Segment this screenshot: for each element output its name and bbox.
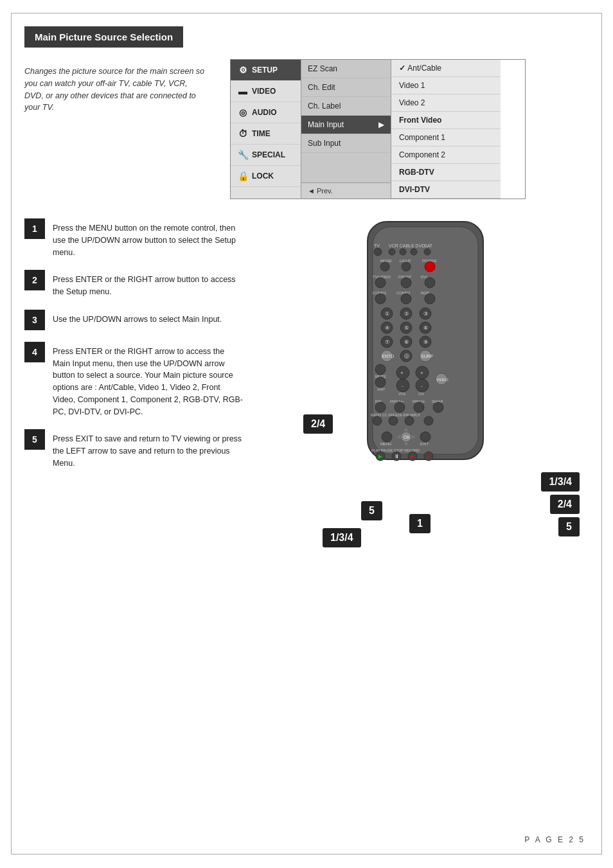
svg-point-54 [375, 377, 386, 387]
step-label-134-bottom: 1/3/4 [323, 528, 361, 547]
step-label-5-bottom: 5 [361, 501, 382, 520]
svg-point-25 [375, 294, 386, 304]
svg-text:⓪: ⓪ [404, 353, 409, 359]
svg-text:⑧: ⑧ [404, 339, 409, 345]
svg-point-77 [373, 416, 382, 425]
menu-right-col: Ant/Cable Video 1 Video 2 Front Video Co… [391, 60, 501, 199]
menu-prev-label: ◄ Prev. [301, 182, 391, 199]
page-number: P A G E 2 5 [524, 835, 585, 844]
svg-point-52 [375, 364, 386, 375]
menu-mid-chlabel[interactable]: Ch. Label [301, 97, 391, 116]
menu-right-comp2[interactable]: Component 2 [391, 146, 501, 164]
svg-text:⑦: ⑦ [385, 339, 389, 345]
svg-point-14 [402, 262, 411, 271]
menu-right-comp1[interactable]: Component 1 [391, 129, 501, 146]
menu-mid-col: EZ Scan Ch. Edit Ch. Label Main Input ▶ … [301, 60, 391, 199]
svg-point-74 [414, 402, 424, 412]
svg-text:VOL: VOL [398, 392, 407, 396]
step-row-4: 4 Press ENTER or the RIGHT arrow to acce… [24, 342, 243, 418]
svg-text:OK: OK [404, 435, 410, 439]
svg-text:●: ● [427, 454, 429, 459]
svg-text:ENTD: ENTD [382, 354, 394, 359]
steps-list: 1 Press the MENU button on the remote co… [24, 218, 243, 604]
lock-icon: 🔒 [237, 170, 249, 182]
menu-right-frontvideo[interactable]: Front Video [391, 112, 501, 129]
svg-text:-: - [421, 383, 423, 389]
svg-point-9 [424, 249, 431, 255]
remote-svg: TV VCR CABLE DVD SAT MODE LIGHT POWER [361, 218, 490, 463]
svg-text:CH: CH [418, 392, 424, 396]
svg-text:SAT: SAT [424, 244, 433, 248]
svg-point-78 [389, 416, 398, 425]
menu-right-video2[interactable]: Video 2 [391, 94, 501, 112]
svg-text:▶: ▶ [378, 454, 383, 459]
svg-point-73 [395, 402, 405, 412]
svg-text:VIDEO: VIDEO [436, 378, 449, 382]
menu-item-time[interactable]: ⏱ TIME [231, 123, 301, 145]
page-header: Main Picture Source Selection [24, 26, 183, 48]
menu-right-antcable[interactable]: Ant/Cable [391, 60, 501, 77]
step-num-1: 1 [24, 218, 45, 239]
step-num-2: 2 [24, 270, 45, 290]
svg-point-21 [425, 278, 435, 288]
svg-point-13 [380, 262, 389, 271]
svg-point-3 [374, 248, 382, 256]
menu-left-col: ⚙ SETUP ▬ VIDEO ◎ AUDIO ⏱ TIME 🔧 SPEC [231, 60, 301, 199]
step-label-24-left: 2/4 [303, 414, 333, 434]
menu-item-special[interactable]: 🔧 SPECIAL [231, 145, 301, 166]
svg-point-5 [389, 249, 395, 255]
menu-right-dvidtv[interactable]: DVI-DTV [391, 181, 501, 199]
page-title: Main Picture Source Selection [35, 31, 173, 42]
step-text-2: Press ENTER or the RIGHT arrow button to… [53, 270, 243, 298]
svg-text:①: ① [385, 311, 389, 317]
svg-point-27 [425, 294, 435, 304]
svg-text:+: + [400, 370, 404, 376]
svg-text:+: + [420, 370, 423, 376]
menu-screenshot: ⚙ SETUP ▬ VIDEO ◎ AUDIO ⏱ TIME 🔧 SPEC [230, 59, 526, 199]
video-icon: ▬ [237, 85, 249, 97]
step-text-5: Press EXIT to save and return to TV view… [53, 429, 243, 469]
svg-point-26 [401, 294, 411, 304]
steps-section: 1 Press the MENU button on the remote co… [24, 218, 589, 604]
step-row-3: 3 Use the UP/DOWN arrows to select Main … [24, 310, 243, 330]
step-text-1: Press the MENU button on the remote cont… [53, 218, 243, 258]
svg-point-6 [400, 249, 406, 255]
menu-mid-spacer [301, 153, 391, 182]
page-container: Main Picture Source Selection Changes th… [11, 13, 602, 855]
menu-mid-maininput[interactable]: Main Input ▶ [301, 116, 391, 134]
menu-mid-subinput[interactable]: Sub Input [301, 134, 391, 153]
svg-point-87 [382, 432, 392, 442]
special-icon: 🔧 [237, 149, 249, 161]
menu-item-lock[interactable]: 🔒 LOCK [231, 166, 301, 187]
svg-text:■: ■ [411, 454, 413, 459]
svg-text:TV: TV [374, 244, 380, 248]
svg-text:EXIT: EXIT [420, 442, 429, 446]
step-label-1-bottom: 1 [409, 514, 431, 533]
menu-item-video[interactable]: ▬ VIDEO [231, 81, 301, 102]
top-section: Changes the picture source for the main … [24, 59, 589, 199]
svg-point-79 [405, 416, 414, 425]
time-icon: ⏱ [237, 128, 249, 139]
svg-text:-: - [402, 383, 404, 389]
audio-icon: ◎ [237, 107, 249, 118]
svg-text:SURF: SURF [421, 354, 433, 359]
svg-text:DVI: DVI [421, 275, 427, 279]
step-label-134-right: 1/3/4 [541, 472, 580, 492]
remote-wrapper: TV VCR CABLE DVD SAT MODE LIGHT POWER [310, 218, 541, 604]
svg-text:⑤: ⑤ [404, 325, 409, 331]
step-num-4: 4 [24, 342, 45, 362]
menu-mid-chedit[interactable]: Ch. Edit [301, 78, 391, 97]
menu-right-video1[interactable]: Video 1 [391, 77, 501, 94]
svg-point-75 [433, 402, 443, 412]
step-row-2: 2 Press ENTER or the RIGHT arrow button … [24, 270, 243, 298]
setup-icon: ⚙ [237, 64, 249, 76]
menu-right-rgbdtv[interactable]: RGB-DTV [391, 164, 501, 181]
svg-point-20 [401, 278, 411, 288]
menu-mid-ezscan[interactable]: EZ Scan [301, 60, 391, 78]
svg-point-19 [375, 278, 386, 288]
menu-item-setup[interactable]: ⚙ SETUP [231, 60, 301, 81]
svg-text:⏸: ⏸ [394, 454, 399, 459]
step-row-5: 5 Press EXIT to save and return to TV vi… [24, 429, 243, 469]
menu-item-audio[interactable]: ◎ AUDIO [231, 102, 301, 123]
step-num-3: 3 [24, 310, 45, 330]
